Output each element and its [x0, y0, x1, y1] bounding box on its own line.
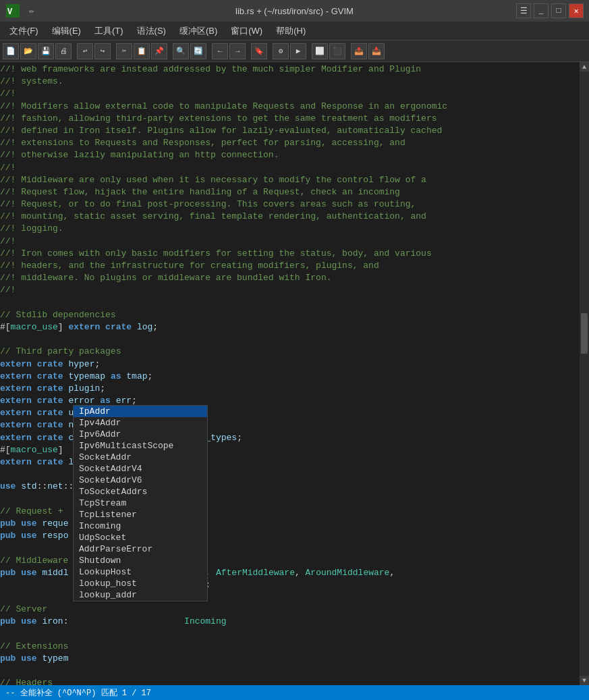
toolbar-diff[interactable]: ⬜ — [312, 43, 328, 59]
menu-edit[interactable]: 编辑(E) — [45, 24, 88, 38]
ac-item-socketaddrv4[interactable]: SocketAddrV4 — [74, 463, 207, 475]
ac-item-udpsocket[interactable]: UdpSocket — [74, 532, 207, 543]
toolbar-nav-back[interactable]: ← — [212, 43, 228, 59]
ac-item-lookuphost[interactable]: LookupHost — [74, 566, 207, 578]
toolbar-build[interactable]: ⚙ — [273, 43, 289, 59]
minimize-button[interactable]: _ — [534, 3, 549, 18]
menu-tools[interactable]: 工具(T) — [88, 24, 130, 38]
ac-item-lookup-addr[interactable]: lookup_addr — [74, 589, 207, 601]
toolbar: 📄 📂 💾 🖨 ↩ ↪ ✂ 📋 📌 🔍 🔄 ← → 🔖 ⚙ ▶ ⬜ ⬛ 📤 📥 — [0, 41, 589, 62]
menu-window[interactable]: 窗口(W) — [224, 24, 269, 38]
scrollbar-up[interactable]: ▲ — [580, 62, 589, 72]
ac-item-ipv4addr[interactable]: Ipv4Addr — [74, 417, 207, 429]
toolbar-replace[interactable]: 🔄 — [190, 43, 206, 59]
status-text: -- 全能补全 (^O^N^P) 匹配 1 / 17 — [5, 687, 151, 699]
titlebar: V ✏ lib.rs + (~/rust/iron/src) - GVIM ☰ … — [0, 0, 589, 22]
toolbar-find[interactable]: 🔍 — [173, 43, 189, 59]
maximize-button[interactable]: □ — [551, 3, 566, 18]
scrollbar[interactable]: ▲ ▼ — [580, 62, 589, 685]
statusbar: -- 全能补全 (^O^N^P) 匹配 1 / 17 — [0, 685, 589, 700]
ac-item-socketaddr[interactable]: SocketAddr — [74, 452, 207, 463]
toolbar-undo[interactable]: ↩ — [77, 43, 93, 59]
titlebar-left: V ✏ — [5, 3, 39, 18]
toolbar-save[interactable]: 💾 — [38, 43, 54, 59]
toolbar-run[interactable]: ▶ — [290, 43, 306, 59]
toolbar-redo[interactable]: ↪ — [94, 43, 111, 59]
svg-text:V: V — [7, 7, 13, 17]
editor-container: //! web frameworks are instead addressed… — [0, 62, 589, 685]
editor-content[interactable]: //! web frameworks are instead addressed… — [0, 62, 580, 685]
ac-item-tcplistener[interactable]: TcpListener — [74, 509, 207, 520]
menu-syntax[interactable]: 语法(S) — [130, 24, 173, 38]
close-button[interactable]: ✕ — [569, 3, 584, 18]
toolbar-paste[interactable]: 📌 — [151, 43, 167, 59]
titlebar-controls: ☰ _ □ ✕ — [516, 3, 584, 18]
ac-item-incoming[interactable]: Incoming — [74, 520, 207, 532]
toolbar-merge[interactable]: ⬛ — [329, 43, 345, 59]
menu-file[interactable]: 文件(F) — [3, 24, 45, 38]
ac-item-socketaddrv6[interactable]: SocketAddrV6 — [74, 475, 207, 486]
toolbar-plugin2[interactable]: 📥 — [368, 43, 385, 59]
vim-icon: V — [5, 3, 20, 18]
toolbar-bookmark[interactable]: 🔖 — [251, 43, 267, 59]
ac-item-tosocketaddrs[interactable]: ToSocketAddrs — [74, 486, 207, 497]
ac-item-ipv6multicast[interactable]: Ipv6MulticastScope — [74, 440, 207, 452]
toolbar-new[interactable]: 📄 — [3, 43, 19, 59]
menubar: 文件(F) 编辑(E) 工具(T) 语法(S) 缓冲区(B) 窗口(W) 帮助(… — [0, 22, 589, 41]
scrollbar-down[interactable]: ▼ — [580, 676, 589, 685]
pencil-icon: ✏ — [24, 3, 39, 18]
toolbar-print[interactable]: 🖨 — [55, 43, 72, 59]
autocomplete-dropdown[interactable]: IpAddr Ipv4Addr Ipv6Addr Ipv6MulticastSc… — [73, 405, 208, 601]
toolbar-plugin1[interactable]: 📤 — [351, 43, 367, 59]
ac-item-addrparseerror[interactable]: AddrParseError — [74, 543, 207, 555]
menu-help[interactable]: 帮助(H) — [269, 24, 312, 38]
menu-buffer[interactable]: 缓冲区(B) — [173, 24, 224, 38]
ac-item-ipaddr[interactable]: IpAddr — [74, 406, 207, 417]
toolbar-copy[interactable]: 📋 — [134, 43, 150, 59]
toolbar-open[interactable]: 📂 — [20, 43, 36, 59]
ac-item-shutdown[interactable]: Shutdown — [74, 555, 207, 566]
ac-item-ipv6addr[interactable]: Ipv6Addr — [74, 429, 207, 440]
menu-icon[interactable]: ☰ — [516, 3, 531, 18]
toolbar-nav-fwd[interactable]: → — [229, 43, 246, 59]
scrollbar-thumb[interactable] — [581, 313, 588, 354]
ac-item-lookup-host[interactable]: lookup_host — [74, 578, 207, 589]
toolbar-cut[interactable]: ✂ — [116, 43, 132, 59]
titlebar-title: lib.rs + (~/rust/iron/src) - GVIM — [235, 6, 354, 16]
ac-item-tcpstream[interactable]: TcpStream — [74, 497, 207, 509]
